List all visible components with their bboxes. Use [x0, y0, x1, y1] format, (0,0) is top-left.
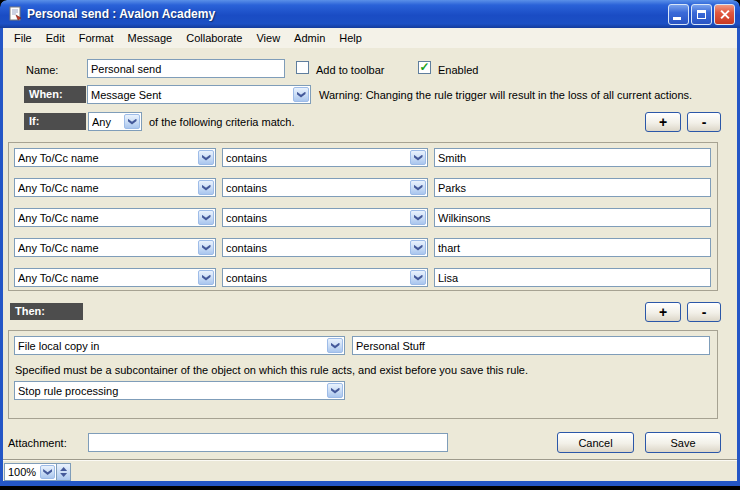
then-add-action-button[interactable]: +	[645, 302, 681, 322]
arrow-up-icon	[60, 467, 67, 471]
if-add-criteria-button[interactable]: +	[645, 112, 681, 132]
maximize-icon	[697, 10, 706, 19]
chevron-down-icon	[410, 240, 426, 255]
menu-edit[interactable]: Edit	[39, 30, 72, 46]
criteria-field-select[interactable]: Any To/Cc name	[14, 148, 216, 167]
criteria-field-value: Any To/Cc name	[18, 182, 197, 194]
attachment-input[interactable]	[88, 433, 448, 452]
if-match-select[interactable]: Any	[88, 112, 142, 131]
criteria-row: Any To/Cc name contains	[9, 268, 717, 288]
criteria-row: Any To/Cc name contains	[9, 148, 717, 168]
when-label: When:	[24, 86, 86, 103]
criteria-operator-value: contains	[226, 272, 409, 284]
chevron-down-icon	[293, 87, 309, 102]
add-to-toolbar-checkbox[interactable]	[296, 61, 309, 74]
when-warning-text: Warning: Changing the rule trigger will …	[319, 89, 692, 101]
chevron-down-icon	[198, 150, 214, 165]
criteria-value-input[interactable]	[434, 178, 711, 197]
titlebar[interactable]: Personal send : Avalon Academy	[0, 0, 740, 28]
menu-view[interactable]: View	[249, 30, 287, 46]
criteria-field-select[interactable]: Any To/Cc name	[14, 178, 216, 197]
actions-group: File local copy in Specified must be a s…	[8, 330, 718, 419]
action-select[interactable]: File local copy in	[14, 336, 345, 355]
action-target-input[interactable]	[352, 336, 710, 355]
criteria-operator-value: contains	[226, 242, 409, 254]
zoom-control: 100%	[4, 463, 71, 481]
criteria-operator-select[interactable]: contains	[222, 268, 428, 287]
next-action-select[interactable]: Stop rule processing	[14, 381, 345, 400]
criteria-operator-value: contains	[226, 152, 409, 164]
window-controls	[668, 4, 735, 25]
criteria-row: Any To/Cc name contains	[9, 238, 717, 258]
save-button[interactable]: Save	[645, 432, 721, 453]
minimize-button[interactable]	[668, 4, 689, 25]
criteria-group: Any To/Cc name contains Any To/Cc name c…	[8, 142, 718, 291]
criteria-operator-value: contains	[226, 212, 409, 224]
chevron-down-icon	[327, 338, 343, 353]
criteria-field-select[interactable]: Any To/Cc name	[14, 208, 216, 227]
criteria-operator-value: contains	[226, 182, 409, 194]
criteria-operator-select[interactable]: contains	[222, 178, 428, 197]
screen-edge	[0, 486, 740, 490]
menu-format[interactable]: Format	[72, 30, 121, 46]
criteria-field-select[interactable]: Any To/Cc name	[14, 238, 216, 257]
menu-admin[interactable]: Admin	[287, 30, 332, 46]
name-input[interactable]	[87, 59, 285, 78]
criteria-row: Any To/Cc name contains	[9, 178, 717, 198]
zoom-stepper[interactable]	[57, 463, 71, 481]
criteria-operator-select[interactable]: contains	[222, 238, 428, 257]
chevron-down-icon	[198, 180, 214, 195]
name-label: Name:	[26, 64, 58, 76]
criteria-field-value: Any To/Cc name	[18, 272, 197, 284]
then-remove-action-button[interactable]: -	[687, 302, 721, 322]
cancel-button[interactable]: Cancel	[557, 432, 634, 453]
menu-message[interactable]: Message	[121, 30, 180, 46]
criteria-operator-select[interactable]: contains	[222, 208, 428, 227]
add-to-toolbar-label: Add to toolbar	[316, 64, 385, 76]
criteria-value-input[interactable]	[434, 238, 711, 257]
criteria-field-value: Any To/Cc name	[18, 242, 197, 254]
chevron-down-icon	[410, 180, 426, 195]
close-button[interactable]	[714, 4, 735, 25]
chevron-down-icon	[327, 383, 343, 398]
enabled-checkbox[interactable]	[418, 61, 431, 74]
action-value: File local copy in	[18, 340, 326, 352]
if-label: If:	[24, 113, 86, 130]
when-trigger-value: Message Sent	[91, 89, 292, 101]
if-remove-criteria-button[interactable]: -	[687, 112, 721, 132]
window-border-left	[0, 28, 3, 481]
chevron-down-icon	[198, 270, 214, 285]
statusbar-divider-highlight	[3, 460, 737, 461]
menu-collaborate[interactable]: Collaborate	[179, 30, 249, 46]
action-note-text: Specified must be a subcontainer of the …	[15, 364, 528, 376]
when-trigger-select[interactable]: Message Sent	[87, 85, 311, 104]
minimize-icon	[673, 17, 681, 20]
maximize-button[interactable]	[691, 4, 712, 25]
criteria-value-input[interactable]	[434, 208, 711, 227]
next-action-value: Stop rule processing	[18, 385, 326, 397]
chevron-down-icon	[198, 210, 214, 225]
then-label: Then:	[10, 303, 83, 320]
enabled-label: Enabled	[438, 64, 478, 76]
criteria-value-input[interactable]	[434, 268, 711, 287]
zoom-level-value: 100%	[5, 466, 39, 478]
menu-help[interactable]: Help	[332, 30, 369, 46]
menu-file[interactable]: File	[7, 30, 39, 46]
menu-bar: File Edit Format Message Collaborate Vie…	[3, 28, 737, 48]
criteria-field-value: Any To/Cc name	[18, 152, 197, 164]
zoom-level-select[interactable]: 100%	[4, 463, 57, 481]
criteria-row: Any To/Cc name contains	[9, 208, 717, 228]
chevron-down-icon	[410, 210, 426, 225]
chevron-down-icon	[410, 150, 426, 165]
criteria-value-input[interactable]	[434, 148, 711, 167]
chevron-down-icon	[198, 240, 214, 255]
criteria-field-select[interactable]: Any To/Cc name	[14, 268, 216, 287]
arrow-down-icon	[60, 473, 67, 477]
chevron-down-icon	[40, 465, 55, 479]
app-icon	[7, 6, 23, 22]
if-match-value: Any	[92, 116, 123, 128]
chevron-down-icon	[124, 114, 140, 129]
close-icon	[719, 9, 730, 20]
window-title: Personal send : Avalon Academy	[27, 7, 215, 21]
criteria-operator-select[interactable]: contains	[222, 148, 428, 167]
